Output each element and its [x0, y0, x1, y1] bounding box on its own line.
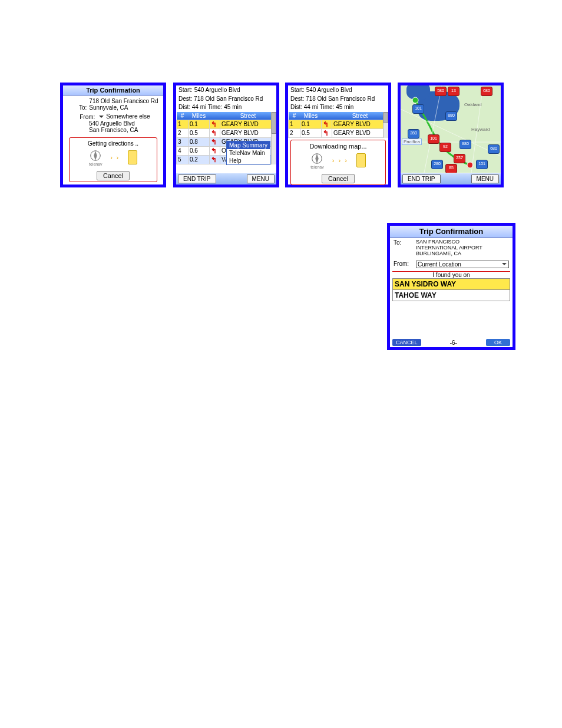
start-text: Start: 540 Arguello Blvd [288, 85, 388, 94]
cancel-button[interactable]: CANCEL [392, 339, 421, 346]
end-trip-button[interactable]: END TRIP [178, 174, 216, 183]
compass-icon [310, 152, 323, 165]
from-select-value: Current Location [418, 261, 461, 268]
brand-label: telenav [310, 165, 324, 169]
to-label: To: [394, 239, 412, 246]
highway-shield: 280 [431, 160, 443, 169]
cancel-button[interactable]: Cancel [322, 174, 355, 183]
menu-item-map-summary[interactable]: Map Summary [227, 141, 270, 149]
end-trip-button[interactable]: END TRIP [402, 174, 441, 183]
page-number: -6- [450, 340, 457, 346]
from-value: 540 Arguello Blvd San Francisco, CA [89, 120, 160, 133]
table-row[interactable]: 20.5↱GEARY BLVD [177, 129, 276, 137]
from-label: From: [76, 114, 95, 120]
menu-item-help[interactable]: Help [227, 157, 270, 164]
found-you-on: I found you on [392, 271, 510, 278]
highway-shield: 880 [445, 111, 457, 121]
highway-shield: 680 [481, 87, 492, 96]
highway-shield: 101 [476, 160, 488, 169]
screen-trip-confirmation-1: Trip Confirmation To:718 Old San Francis… [60, 83, 166, 187]
to-value: SAN FRANCISCO INTERNATIONAL AIRPORT BURL… [416, 239, 482, 257]
table-row[interactable]: 10.1↱GEARY BLVD [289, 120, 388, 129]
highway-shield: 101 [412, 104, 424, 114]
highway-shield: 85 [445, 164, 457, 173]
to-label: To: [68, 104, 87, 111]
context-menu[interactable]: Map Summary TeleNav Main Help [226, 141, 270, 165]
status-box: Downloading map... telenav › › › Cancel [290, 140, 386, 185]
signal-icon: › › › [332, 157, 348, 164]
screen-map-summary: 580 13 680 101 880 280 101 92 880 237 28… [398, 83, 504, 187]
screen-directions-menu: Start: 540 Arguello Blvd Dest: 718 Old S… [173, 83, 279, 187]
softkey-bar: CANCEL -6- OK [390, 338, 513, 347]
from-dropdown[interactable]: Somewhere else [99, 113, 150, 120]
highway-shield: 237 [454, 154, 465, 163]
highway-shield: 280 [408, 129, 419, 139]
title-bar: Trip Confirmation [390, 226, 513, 238]
softkey-bar: END TRIP MENU [401, 173, 501, 185]
phone-icon [356, 153, 366, 167]
phone-icon [128, 150, 137, 164]
scrollbar[interactable] [383, 112, 388, 138]
street-option[interactable]: TAHOE WAY [392, 289, 510, 301]
table-row[interactable]: 10.1↱GEARY BLVD [177, 120, 276, 129]
brand-label: telenav [89, 162, 103, 166]
directions-table: #MilesStreet 10.1↱GEARY BLVD 20.5↱GEARY … [288, 112, 388, 138]
from-label: From: [394, 261, 412, 267]
compass-icon [89, 149, 102, 162]
dist-text: Dist: 44 mi Time: 45 min [176, 103, 276, 112]
menu-item-telenav-main[interactable]: TeleNav Main [227, 149, 270, 157]
turn-icon: ↱ [211, 156, 217, 163]
from-select-value: Somewhere else [106, 113, 150, 120]
status-text: Downloading map... [292, 143, 384, 150]
city-label: Pacifica [402, 139, 422, 145]
street-option-selected[interactable]: SAN YSIDRO WAY [392, 278, 510, 289]
menu-button[interactable]: MENU [471, 174, 499, 183]
map-canvas[interactable]: 580 13 680 101 880 280 101 92 880 237 28… [401, 85, 501, 173]
turn-icon: ↱ [211, 121, 217, 128]
turn-icon: ↱ [211, 139, 217, 146]
dropdown-icon [99, 116, 104, 120]
to-value: 718 Old San Francisco Rd Sunnyvale, CA [89, 98, 158, 111]
screen-trip-confirmation-2: Trip Confirmation To: SAN FRANCISCO INTE… [387, 223, 515, 350]
signal-icon: › › [111, 154, 120, 161]
highway-shield: 680 [488, 144, 500, 154]
city-label: Hayward [471, 127, 490, 132]
ok-button[interactable]: OK [486, 339, 510, 346]
status-box: Getting directions .. telenav › › Cancel [69, 137, 157, 182]
from-dropdown[interactable]: Current Location [416, 261, 509, 268]
dist-text: Dist: 44 mi Time: 45 min [288, 103, 388, 112]
svg-point-2 [412, 97, 418, 103]
highway-shield: 13 [448, 87, 459, 96]
highway-shield: 880 [459, 140, 471, 149]
highway-shield: 101 [428, 134, 439, 144]
highway-shield: 92 [439, 143, 451, 152]
softkey-bar: END TRIP MENU [176, 173, 276, 185]
dest-text: Dest: 718 Old San Francisco Rd [288, 94, 388, 103]
turn-icon: ↱ [323, 121, 329, 128]
turn-icon: ↱ [211, 130, 217, 137]
screen-downloading-map: Start: 540 Arguello Blvd Dest: 718 Old S… [285, 83, 391, 187]
city-label: Oakland [464, 102, 482, 107]
menu-button[interactable]: MENU [247, 174, 275, 183]
turn-icon: ↱ [323, 130, 329, 137]
title-bar: Trip Confirmation [63, 85, 163, 95]
turn-icon: ↱ [211, 147, 217, 154]
highway-shield: 580 [435, 87, 447, 96]
dest-text: Dest: 718 Old San Francisco Rd [176, 94, 276, 103]
start-text: Start: 540 Arguello Blvd [176, 85, 276, 94]
table-row[interactable]: 20.5↱GEARY BLVD [289, 129, 388, 137]
cancel-button[interactable]: Cancel [97, 171, 130, 180]
status-text: Getting directions .. [71, 140, 156, 147]
scrollbar[interactable] [271, 112, 276, 164]
